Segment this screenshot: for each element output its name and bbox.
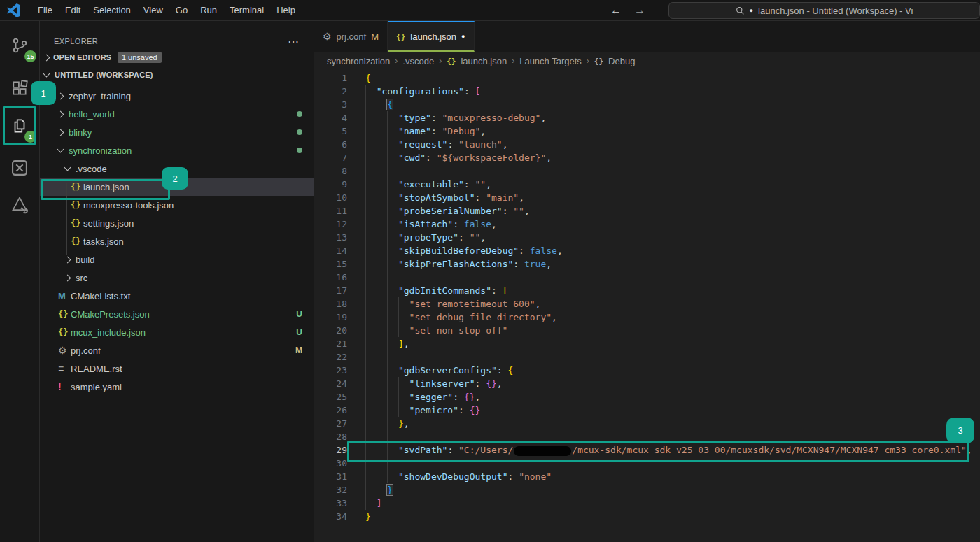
command-center-search[interactable]: ● launch.json - Untitled (Workspace) - V…	[668, 2, 980, 19]
code-line[interactable]: 5"name": "Debug",	[314, 124, 980, 138]
tree-file-sample-yaml[interactable]: !sample.yaml	[40, 378, 314, 396]
tree-file-cmakelists-txt[interactable]: MCMakeLists.txt	[40, 287, 314, 305]
line-number: 32	[314, 483, 365, 497]
forward-button[interactable]: →	[634, 4, 645, 17]
tree-folder-src[interactable]: src	[40, 269, 314, 287]
explorer-badge: 1	[24, 131, 36, 143]
code-line[interactable]: 11"probeSerialNumber": "",	[314, 204, 980, 217]
code-line[interactable]: 14"skipBuildBeforeDebug": false,	[314, 244, 980, 257]
code-line[interactable]: 17"gdbInitCommands": [	[314, 284, 980, 297]
code-line[interactable]: 26"pemicro": {}	[314, 404, 980, 417]
menu-terminal[interactable]: Terminal	[223, 2, 270, 18]
source-control-icon[interactable]: 15	[6, 31, 34, 59]
open-editors-section[interactable]: OPEN EDITORS 1 unsaved	[40, 49, 314, 66]
menu-help[interactable]: Help	[270, 2, 302, 18]
breadcrumb-item[interactable]: Launch Targets	[519, 56, 582, 66]
indent-guide	[387, 138, 398, 151]
code-line[interactable]: 8	[314, 164, 980, 178]
indent-guide	[377, 324, 388, 337]
code-line[interactable]: 30	[314, 457, 980, 470]
code-line[interactable]: 15"skipPreFlashActions": true,	[314, 257, 980, 271]
code-line[interactable]: 28	[314, 430, 980, 443]
line-number: 3	[314, 98, 365, 111]
indent-guide	[398, 377, 410, 390]
json-icon: {}	[594, 57, 603, 66]
tree-file-readme-rst[interactable]: ≡README.rst	[40, 359, 314, 378]
code-line[interactable]: 10"stopAtSymbol": "main",	[314, 191, 980, 204]
code-line[interactable]: 6"request": "launch",	[314, 138, 980, 151]
more-actions-icon[interactable]: ⋯	[288, 35, 300, 48]
breadcrumb-item[interactable]: Debug	[608, 56, 635, 66]
explorer-sidebar: EXPLORER ⋯ OPEN EDITORS 1 unsaved UNTITL…	[40, 21, 314, 542]
code-line[interactable]: 13"probeType": "",	[314, 231, 980, 244]
indent-guide	[365, 191, 377, 204]
tree-folder-zephyr-training[interactable]: zephyr_training	[40, 87, 314, 105]
code-line[interactable]: 16	[314, 271, 980, 284]
menu-selection[interactable]: Selection	[87, 2, 136, 18]
code-line[interactable]: 7"cwd": "${workspaceFolder}",	[314, 151, 980, 164]
tree-folder-hello-world[interactable]: hello_world	[40, 105, 314, 123]
x-extension-icon[interactable]	[6, 154, 34, 182]
tab-launch-json[interactable]: {} launch.json ●	[388, 21, 474, 52]
code-line[interactable]: 12"isAttach": false,	[314, 217, 980, 231]
tree-file-prj-conf[interactable]: ⚙prj.confM	[40, 341, 314, 359]
code-editor[interactable]: 1{2"configurations": [3{4"type": "mcuxpr…	[314, 70, 980, 542]
indent-guide	[365, 111, 377, 124]
code-line[interactable]: 31"showDevDebugOutput": "none"	[314, 470, 980, 483]
annotation-step-1: 1	[31, 81, 56, 105]
breadcrumb-item[interactable]: launch.json	[461, 56, 507, 66]
code-line[interactable]: 1{	[314, 71, 980, 85]
file-label: mcuxpresso-tools.json	[83, 200, 174, 211]
code-line[interactable]: 34}	[314, 510, 980, 523]
code-line[interactable]: 21],	[314, 337, 980, 350]
breadcrumb-item[interactable]: synchronization	[327, 56, 390, 66]
code-line[interactable]: 33]	[314, 497, 980, 510]
tab-prj-conf[interactable]: ⚙ prj.conf M	[314, 21, 388, 52]
tree-file-tasks-json[interactable]: {}tasks.json	[40, 232, 314, 250]
tree-folder-build[interactable]: build	[40, 250, 314, 269]
menu-view[interactable]: View	[137, 2, 169, 18]
indent-guide	[365, 350, 377, 364]
indent-guide	[365, 324, 377, 337]
code-line[interactable]: 18"set remotetimeout 600",	[314, 297, 980, 311]
code-line[interactable]: 20"set non-stop off"	[314, 324, 980, 337]
code-line[interactable]: 19"set debug-file-directory",	[314, 311, 980, 324]
code-line[interactable]: 23"gdbServerConfigs": {	[314, 364, 980, 377]
indent-guide	[377, 98, 388, 111]
dirty-indicator-dot: ●	[750, 7, 753, 14]
tree-file-cmakepresets-json[interactable]: {}CMakePresets.jsonU	[40, 305, 314, 323]
code-line[interactable]: 3{	[314, 98, 980, 111]
breadcrumb[interactable]: synchronization›.vscode›{}launch.json›La…	[314, 52, 980, 70]
tree-file-settings-json[interactable]: {}settings.json	[40, 214, 314, 232]
code-line[interactable]: 24"linkserver": {},	[314, 377, 980, 390]
line-number: 13	[314, 231, 365, 244]
menu-go[interactable]: Go	[169, 2, 194, 18]
tree-file-mcuxpresso-tools-json[interactable]: {}mcuxpresso-tools.json	[40, 196, 314, 214]
indent-guide	[365, 151, 377, 164]
workspace-section[interactable]: UNTITLED (WORKSPACE)	[40, 66, 314, 84]
code-line[interactable]: 25"segger": {},	[314, 390, 980, 404]
tree-folder-synchronization[interactable]: synchronization	[40, 141, 314, 159]
tools-icon[interactable]	[6, 190, 34, 218]
line-number: 14	[314, 244, 365, 257]
indent-guide	[398, 297, 410, 311]
menu-run[interactable]: Run	[194, 2, 223, 18]
code-line[interactable]: 29"svdPath": "C:/Users//mcux-sdk/mcux_sd…	[314, 443, 980, 457]
menu-edit[interactable]: Edit	[59, 2, 87, 18]
code-line[interactable]: 2"configurations": [	[314, 85, 980, 98]
extensions-icon[interactable]	[6, 74, 34, 102]
menu-file[interactable]: File	[31, 2, 59, 18]
code-line[interactable]: 4"type": "mcuxpresso-debug",	[314, 111, 980, 124]
back-button[interactable]: ←	[610, 4, 622, 17]
json-file-icon: {}	[58, 327, 71, 337]
tree-folder-blinky[interactable]: blinky	[40, 123, 314, 141]
explorer-icon[interactable]: 1	[6, 112, 34, 140]
breadcrumb-item[interactable]: .vscode	[402, 56, 434, 66]
code-line[interactable]: 9"executable": "",	[314, 178, 980, 191]
code-line[interactable]: 22	[314, 350, 980, 364]
code-line[interactable]: 27},	[314, 417, 980, 430]
indent-guide	[365, 217, 377, 231]
tree-file-mcux-include-json[interactable]: {}mcux_include.jsonU	[40, 323, 314, 341]
code-line[interactable]: 32}	[314, 483, 980, 497]
indent-guide	[387, 337, 398, 350]
